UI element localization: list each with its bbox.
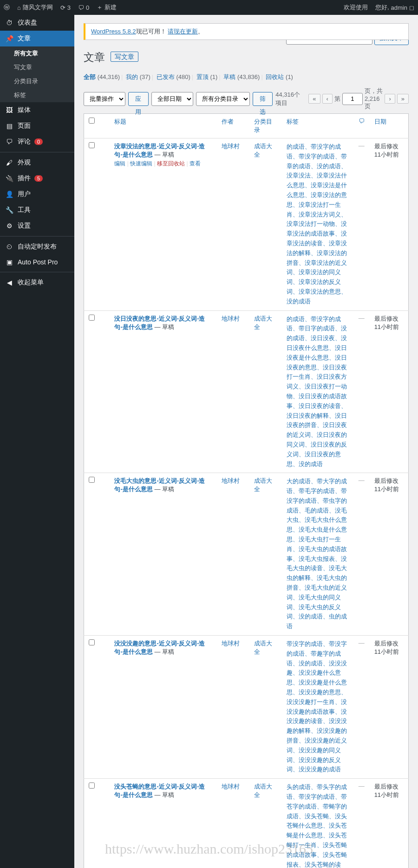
tag-link[interactable]: 没毛大虫报表	[299, 555, 335, 562]
view-trash[interactable]: 回收站	[266, 73, 284, 80]
tag-link[interactable]: 没日没夜的读音	[299, 402, 341, 409]
tag-link[interactable]: 大的成语	[287, 478, 311, 485]
view-mine[interactable]: 我的	[126, 73, 138, 80]
tag-link[interactable]: 没的成语	[299, 460, 323, 467]
menu-pages[interactable]: ▤页面	[0, 118, 74, 134]
col-tags[interactable]: 标签	[282, 114, 353, 138]
category-link[interactable]: 成语大全	[254, 477, 272, 493]
tag-link[interactable]: 头的成语	[287, 783, 311, 790]
notice-update-link[interactable]: 请现在更新	[168, 28, 198, 35]
tag-link[interactable]: 没章没法打一动物	[287, 220, 335, 227]
filter-button[interactable]: 筛选	[253, 92, 273, 106]
row-select[interactable]	[89, 639, 95, 645]
howdy[interactable]: 您好,admin ◻	[372, 3, 418, 12]
row-quick-edit[interactable]: 快速编辑	[130, 160, 152, 167]
tag-link[interactable]: 没没没趣打一生肖	[287, 698, 335, 705]
view-sticky[interactable]: 置顶	[196, 73, 209, 80]
menu-appearance[interactable]: 🖌外观	[0, 155, 74, 171]
menu-auto-publish[interactable]: ⏲自动定时发布	[0, 239, 74, 255]
tag-link[interactable]: 的成语	[287, 316, 305, 322]
tag-link[interactable]: 带没字的成语	[299, 793, 335, 800]
last-page[interactable]: »	[397, 94, 409, 104]
add-new-button[interactable]: 写文章	[111, 52, 138, 62]
category-link[interactable]: 成语大全	[254, 143, 272, 158]
tag-link[interactable]: 没头苍蝇	[305, 813, 329, 820]
author-link[interactable]: 地球村	[222, 143, 240, 150]
tag-link[interactable]: 没的成语	[299, 660, 323, 667]
site-name[interactable]: ⌂随风文学网	[13, 3, 57, 12]
notice-version-link[interactable]: WordPress 5.8.2	[91, 28, 136, 35]
tag-link[interactable]: 带毛字的成语	[299, 487, 335, 494]
row-select[interactable]	[89, 142, 95, 148]
updates-link[interactable]: ⟳ 3	[57, 4, 74, 11]
tools-icon: 🔧	[5, 206, 14, 214]
select-all[interactable]	[89, 118, 95, 124]
col-category[interactable]: 分类目录	[249, 114, 282, 138]
col-author[interactable]: 作者	[217, 114, 249, 138]
menu-posts[interactable]: 📌文章	[0, 31, 74, 46]
tag-link[interactable]: 没的成语	[317, 163, 341, 170]
menu-media[interactable]: 🖼媒体	[0, 102, 74, 118]
menu-collapse[interactable]: ◀收起菜单	[0, 275, 74, 290]
tag-list: 大的成语、带大字的成语、带毛字的成语、带没字的成语、带虫字的成语、毛的成语、没毛…	[282, 473, 353, 636]
row-select[interactable]	[89, 315, 95, 321]
bulk-action-select[interactable]: 批量操作	[84, 92, 125, 106]
prev-page[interactable]: ‹	[322, 94, 333, 104]
tag-link[interactable]: 没的成语	[287, 298, 311, 305]
submenu-all-posts[interactable]: 所有文章	[0, 46, 74, 60]
submenu-new-post[interactable]: 写文章	[0, 60, 74, 74]
col-title[interactable]: 标题	[110, 114, 217, 138]
update-notice: WordPress 5.8.2现已可用！ 请现在更新。	[84, 23, 409, 40]
tag-link[interactable]: 没日没夜的解释	[287, 412, 329, 419]
menu-dashboard[interactable]: ⏱仪表盘	[0, 15, 74, 31]
appearance-icon: 🖌	[5, 159, 14, 166]
menu-comments[interactable]: 🗩评论0	[0, 134, 74, 150]
author-link[interactable]: 地球村	[222, 640, 240, 647]
tag-link[interactable]: 没章没法方词义	[299, 211, 341, 218]
tag-link[interactable]: 带没字的成语	[287, 640, 323, 647]
date-filter[interactable]: 全部日期	[151, 92, 193, 106]
author-link[interactable]: 地球村	[222, 315, 240, 322]
menu-users[interactable]: 👤用户	[0, 186, 74, 202]
next-page[interactable]: ›	[385, 94, 395, 104]
author-link[interactable]: 地球村	[222, 783, 240, 790]
tag-link[interactable]: 没没没趣的意思	[299, 689, 341, 696]
tag-link[interactable]: 没章没法的意思	[299, 288, 341, 295]
col-date[interactable]: 日期	[370, 114, 409, 138]
tag-link[interactable]: 的成语	[287, 143, 305, 150]
category-link[interactable]: 成语大全	[254, 783, 272, 798]
row-select[interactable]	[89, 477, 95, 483]
category-link[interactable]: 成语大全	[254, 315, 272, 330]
category-filter[interactable]: 所有分类目录	[196, 92, 250, 106]
view-published[interactable]: 已发布	[157, 73, 175, 80]
tag-link[interactable]: 带日字的成语	[299, 325, 335, 332]
new-content[interactable]: ＋ 新建	[93, 3, 120, 12]
category-link[interactable]: 成语大全	[254, 640, 272, 655]
menu-tools[interactable]: 🔧工具	[0, 202, 74, 218]
comments-link[interactable]: 🗩 0	[74, 4, 93, 11]
page-input[interactable]	[342, 93, 363, 105]
row-edit[interactable]: 编辑	[114, 160, 125, 167]
tag-link[interactable]: 带没字的成语	[299, 153, 335, 160]
comment-count: —	[359, 142, 365, 149]
author-link[interactable]: 地球村	[222, 477, 240, 484]
tag-link[interactable]: 没章没法	[287, 172, 311, 179]
view-draft[interactable]: 草稿	[223, 73, 235, 80]
row-select[interactable]	[89, 783, 95, 789]
tag-link[interactable]: 没日没夜	[311, 335, 335, 342]
menu-settings[interactable]: ⚙设置	[0, 218, 74, 234]
row-trash[interactable]: 移至回收站	[157, 160, 185, 167]
menu-auto-post-pro[interactable]: ▣Auto Post Pro	[0, 255, 74, 270]
bulk-apply[interactable]: 应用	[128, 92, 149, 106]
menu-plugins[interactable]: 🔌插件5	[0, 171, 74, 186]
col-comments[interactable]: 🗩	[353, 114, 370, 138]
tag-link[interactable]: 毛的成语	[305, 507, 329, 514]
row-view[interactable]: 查看	[189, 160, 201, 167]
tag-link[interactable]: 没的成语	[299, 613, 323, 620]
submenu-categories[interactable]: 分类目录	[0, 74, 74, 88]
tag-link[interactable]: 没没没趣的成语	[299, 766, 341, 773]
view-all[interactable]: 全部	[84, 73, 96, 80]
submenu-tags[interactable]: 标签	[0, 88, 74, 102]
wp-logo[interactable]: ⓦ	[0, 3, 13, 12]
first-page[interactable]: «	[308, 94, 320, 104]
